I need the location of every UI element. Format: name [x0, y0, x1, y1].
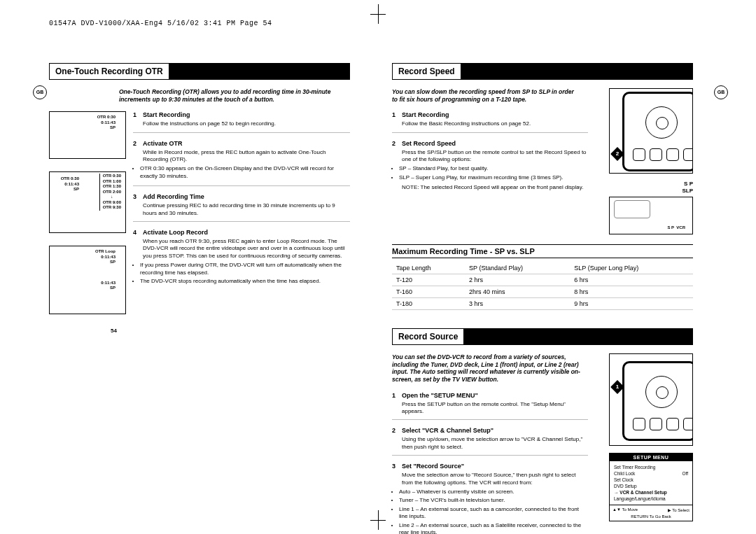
section-title-otr: One-Touch Recording OTR — [49, 63, 350, 80]
recording-time-table: Tape Length SP (Standard Play) SLP (Supe… — [392, 262, 693, 310]
page-right: Record Speed 2 S P SLP S P VCR You can s… — [392, 42, 693, 534]
intro-source: You can set the DVD-VCR to record from a… — [392, 353, 581, 384]
remote-figure-1: 2 — [609, 88, 693, 174]
figure-osd-3: OTR Loop 0:11:43 SP 0:11:43 SP — [49, 246, 126, 314]
setup-menu-figure: SETUP MENU Set Timer Recording Child Loc… — [609, 453, 693, 521]
print-header: 01547A DVD-V1000/XAA-Eng4 5/16/02 3:41 P… — [49, 20, 272, 27]
section-title-speed: Record Speed — [392, 63, 693, 80]
sp-slp-label: S P SLP — [609, 181, 693, 194]
page-left: One-Touch Recording OTR One-Touch Record… — [49, 42, 350, 327]
front-panel-display: S P VCR — [609, 197, 693, 234]
section-title-source: Record Source — [392, 328, 693, 345]
intro-otr: One-Touch Recording (OTR) allows you to … — [119, 88, 350, 103]
language-tab-left: GB — [33, 85, 47, 99]
figure-osd-2: OTR 0:30 0:11:43 SP OTR 0:30 OTR 1:00 OT… — [49, 171, 126, 233]
table-title: Maximum Recording Time - SP vs. SLP — [392, 244, 693, 258]
page-number-left: 54 — [111, 328, 117, 334]
remote-figure-2: 1 — [609, 353, 693, 446]
figure-osd-1: OTR 0:30 0:11:43 SP — [49, 111, 126, 159]
steps-otr: 1 Start Recording Follow the instruction… — [133, 111, 350, 290]
intro-speed: You can slow down the recording speed fr… — [392, 88, 581, 103]
language-tab-right: GB — [714, 85, 728, 99]
